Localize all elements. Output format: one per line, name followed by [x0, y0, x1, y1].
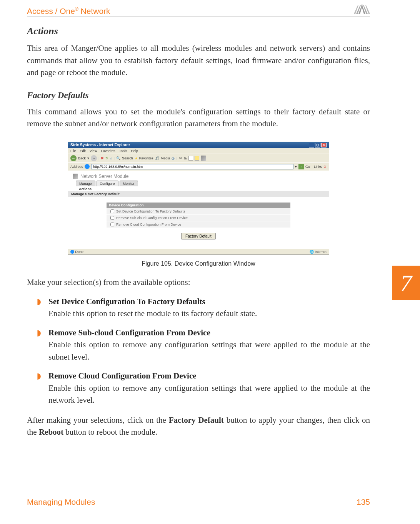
- opt2-desc: Enable this option to remove any configu…: [48, 339, 370, 363]
- back-icon[interactable]: ←: [70, 155, 77, 161]
- go-button[interactable]: Go: [305, 165, 310, 169]
- brand-text: Access / One® Network: [27, 7, 110, 16]
- options-list: ◗ Set Device Configuration To Factory De…: [27, 296, 370, 407]
- url-input[interactable]: [91, 164, 293, 169]
- edit-icon[interactable]: [188, 156, 193, 161]
- status-internet: Internet: [315, 250, 327, 254]
- config-option-2[interactable]: Remove Sub-cloud Configuration From Devi…: [107, 214, 290, 221]
- breadcrumb: Manage > Set Factory Default: [68, 191, 329, 197]
- module-tabs: Manage Configure Monitor: [68, 181, 329, 186]
- tab-manage[interactable]: Manage: [76, 181, 95, 186]
- closing-bold-factory: Factory Default: [169, 415, 224, 425]
- search-button[interactable]: Search: [122, 156, 133, 160]
- menu-edit[interactable]: Edit: [80, 149, 86, 153]
- menu-file[interactable]: File: [70, 149, 76, 153]
- closing-paragraph: After making your selections, click on t…: [27, 414, 370, 439]
- opt3-label: Remove Cloud Configuration From Device: [116, 223, 181, 226]
- window-title: Strix Systems - Internet Explorer: [70, 143, 130, 147]
- module-header: Network Server Module: [68, 171, 329, 181]
- list-item-2: ◗ Remove Sub-cloud Configuration From De…: [27, 327, 370, 363]
- subsection-title-factory: Factory Defaults: [27, 90, 370, 100]
- screenshot-window: Strix Systems - Internet Explorer _ ▢ X …: [68, 142, 329, 255]
- status-bar: Done 🌐 Internet: [68, 249, 329, 255]
- opt2-title: Remove Sub-cloud Configuration From Devi…: [48, 327, 370, 339]
- opt1-title: Set Device Configuration To Factory Defa…: [48, 296, 370, 308]
- section-title-actions: Actions: [27, 25, 370, 37]
- status-done: Done: [75, 250, 84, 254]
- registered-mark: ®: [75, 7, 78, 12]
- bullet-icon: ◗: [37, 371, 41, 380]
- menu-favorites[interactable]: Favorites: [101, 149, 115, 153]
- checkbox-factory-defaults[interactable]: [110, 209, 114, 213]
- footer: Managing Modules 135: [27, 495, 370, 507]
- internet-icon: 🌐: [310, 250, 314, 254]
- tab-monitor[interactable]: Monitor: [120, 181, 138, 186]
- maximize-button[interactable]: ▢: [315, 143, 320, 147]
- window-controls: _ ▢ X: [309, 143, 327, 147]
- config-box: Device Configuration Set Device Configur…: [107, 203, 290, 228]
- menu-view[interactable]: View: [90, 149, 97, 153]
- favorites-button[interactable]: Favorites: [139, 156, 153, 160]
- closing-bold-reboot: Reboot: [39, 427, 63, 437]
- footer-page-number: 135: [357, 497, 370, 507]
- make-selection-para: Make your selection(s) from the availabl…: [27, 276, 370, 289]
- opt1-desc: Enable this option to reset the module t…: [48, 308, 370, 320]
- figure-caption: Figure 105. Device Configuration Window: [27, 260, 370, 267]
- mail-icon[interactable]: ✉: [179, 156, 182, 160]
- list-item-1: ◗ Set Device Configuration To Factory De…: [27, 296, 370, 320]
- media-icon[interactable]: 🎵: [155, 156, 159, 160]
- norton-icon[interactable]: ⊘: [323, 165, 327, 169]
- back-button[interactable]: Back: [78, 156, 86, 160]
- closing-pre: After making your selections, click on t…: [27, 415, 169, 425]
- page-icon: [85, 164, 90, 169]
- media-button[interactable]: Media: [161, 156, 170, 160]
- forward-icon[interactable]: →: [91, 155, 97, 161]
- address-bar: Address ▾ → Go Links ⊘: [68, 162, 329, 171]
- print-icon[interactable]: 🖶: [183, 156, 187, 160]
- header-rule: [27, 17, 370, 17]
- search-icon[interactable]: 🔍: [116, 156, 120, 160]
- button-row: Factory Default: [107, 233, 290, 239]
- tool-icon[interactable]: [201, 156, 206, 161]
- footer-left: Managing Modules: [27, 497, 95, 507]
- chapter-tab: 7: [392, 266, 420, 300]
- config-panel: Device Configuration Set Device Configur…: [68, 197, 329, 249]
- list-item-3: ◗ Remove Cloud Configuration From Device…: [27, 370, 370, 407]
- address-label: Address: [70, 165, 83, 169]
- factory-default-button[interactable]: Factory Default: [181, 233, 216, 239]
- favorites-icon[interactable]: ★: [135, 156, 138, 160]
- history-icon[interactable]: ◷: [172, 156, 175, 160]
- go-icon[interactable]: →: [298, 164, 304, 169]
- stop-icon[interactable]: ✖: [101, 156, 104, 160]
- brand-prefix: Access / One: [27, 7, 75, 15]
- discuss-icon[interactable]: [195, 156, 199, 161]
- menu-help[interactable]: Help: [131, 149, 138, 153]
- document-header: Access / One® Network: [27, 4, 370, 16]
- bullet-icon: ◗: [37, 297, 41, 306]
- minimize-button[interactable]: _: [309, 143, 314, 147]
- checkbox-remove-cloud[interactable]: [110, 223, 114, 226]
- bullet-icon: ◗: [37, 328, 41, 337]
- module-logo-icon: [73, 174, 78, 179]
- refresh-icon[interactable]: ↻: [105, 156, 108, 160]
- config-header: Device Configuration: [107, 203, 290, 208]
- menubar: File Edit View Favorites Tools Help: [68, 148, 329, 154]
- config-option-1[interactable]: Set Device Configuration To Factory Defa…: [107, 208, 290, 214]
- opt1-label: Set Device Configuration To Factory Defa…: [116, 209, 185, 213]
- header-logo-icon: [354, 4, 370, 14]
- tab-configure[interactable]: Configure: [97, 181, 118, 186]
- dropdown-icon[interactable]: ▾: [87, 156, 89, 160]
- opt3-desc: Enable this option to remove any configu…: [48, 382, 370, 407]
- opt2-label: Remove Sub-cloud Configuration From Devi…: [116, 216, 188, 220]
- toolbar: ← Back ▾ → | ✖ ↻ ⌂ | 🔍 Search ★ Favorite…: [68, 154, 329, 162]
- closing-post: button to reboot the module.: [63, 427, 157, 437]
- menu-tools[interactable]: Tools: [119, 149, 127, 153]
- actions-paragraph: This area of Manger/One applies to all m…: [27, 42, 370, 79]
- checkbox-remove-subcloud[interactable]: [110, 216, 114, 220]
- config-option-3[interactable]: Remove Cloud Configuration From Device: [107, 221, 290, 228]
- home-icon[interactable]: ⌂: [110, 156, 112, 160]
- links-label[interactable]: Links: [314, 165, 322, 169]
- url-dropdown-icon[interactable]: ▾: [295, 165, 297, 169]
- module-title: Network Server Module: [80, 174, 128, 179]
- close-button[interactable]: X: [321, 143, 327, 147]
